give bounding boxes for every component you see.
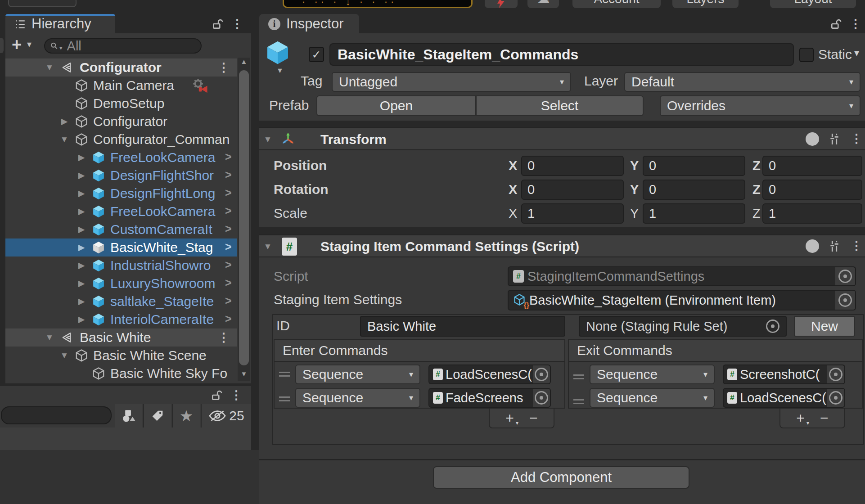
unlock-icon[interactable] (212, 18, 224, 31)
drag-handle-icon[interactable] (573, 399, 584, 400)
prefab-expand-icon[interactable]: ▼ (276, 67, 284, 75)
foldout-open-icon[interactable]: ▼ (59, 130, 70, 148)
foldout-open-icon[interactable]: ▼ (262, 238, 274, 256)
hierarchy-row-industrialshowro[interactable]: ▶ IndustrialShowro > (5, 256, 237, 274)
tag-dropdown[interactable]: Untagged ▾ (332, 72, 571, 92)
filter-favorites-button[interactable]: ★ (173, 404, 200, 428)
static-dropdown-icon[interactable]: ▾ (854, 47, 859, 59)
enter-command-type-0[interactable]: Sequence ▾ (295, 364, 420, 384)
add-element-button[interactable]: +▾ (796, 411, 805, 425)
hierarchy-row-designflightlong[interactable]: ▶ DesignFlightLong > (5, 184, 237, 202)
exit-command-ref-0[interactable]: # ScreenshotC( (723, 364, 845, 384)
add-component-button[interactable]: Add Component (433, 466, 689, 489)
foldout-open-icon[interactable]: ▼ (44, 58, 55, 76)
rotation-x-field[interactable]: 0 (521, 180, 624, 200)
filter-search-input[interactable] (6, 408, 106, 423)
unlock-icon[interactable] (830, 18, 842, 31)
object-picker-chip[interactable] (827, 365, 844, 383)
hierarchy-row-configurator-comman[interactable]: ▼ Configurator_Comman (5, 130, 237, 148)
presets-icon[interactable] (827, 132, 842, 146)
hierarchy-row-configurator-scene[interactable]: ▼ Configurator ⋮ (5, 58, 237, 76)
foldout-closed-icon[interactable]: ▶ (59, 112, 70, 130)
prefab-chevron-icon[interactable]: > (225, 166, 232, 184)
hierarchy-row-demosetup[interactable]: DemoSetup (5, 94, 237, 112)
subpanel-menu-icon[interactable]: ⋮ (230, 386, 243, 404)
hierarchy-search[interactable]: ▾ (44, 38, 202, 54)
object-picker-chip[interactable] (835, 267, 855, 285)
create-dropdown-icon[interactable]: ▾ (27, 39, 32, 50)
static-checkbox[interactable] (799, 48, 814, 62)
prefab-select-button[interactable]: Select (476, 95, 644, 116)
hierarchy-row-main-camera[interactable]: Main Camera (5, 76, 237, 94)
hierarchy-scrollbar[interactable]: ▲ ▼ (238, 58, 250, 381)
foldout-closed-icon[interactable]: ▶ (76, 256, 87, 274)
hierarchy-row-configurator[interactable]: ▶ Configurator (5, 112, 237, 130)
hierarchy-row-luxuryshowroom[interactable]: ▶ LuxuryShowroom > (5, 274, 237, 292)
prefab-chevron-icon[interactable]: > (225, 202, 232, 220)
foldout-closed-icon[interactable]: ▶ (76, 148, 87, 166)
enter-command-type-1[interactable]: Sequence ▾ (295, 388, 420, 408)
hierarchy-row-basic-white-sky[interactable]: Basic White Sky Fo (5, 364, 237, 382)
object-picker-chip[interactable] (835, 291, 855, 310)
hierarchy-row-basicwhite-stag-selected[interactable]: ▶ BasicWhite_Stag > (5, 238, 237, 256)
scale-y-field[interactable]: 1 (643, 203, 745, 224)
account-button[interactable]: Account (572, 0, 661, 8)
drag-handle-icon[interactable] (279, 396, 290, 398)
help-icon[interactable] (806, 132, 819, 146)
layout-button[interactable]: Layout (770, 0, 856, 8)
staging-rule-set-field[interactable]: None (Staging Rule Set) (579, 316, 787, 337)
scroll-down-icon[interactable]: ▼ (238, 370, 250, 378)
hierarchy-row-basic-white-scene[interactable]: ▼ Basic White Scene (5, 346, 237, 364)
new-rule-set-button[interactable]: New (794, 316, 855, 337)
hierarchy-row-saltlake-stageite[interactable]: ▶ saltlake_StageIte > (5, 292, 237, 310)
exit-command-type-1[interactable]: Sequence ▾ (590, 388, 715, 408)
tab-hierarchy[interactable]: Hierarchy (5, 14, 115, 33)
foldout-open-icon[interactable]: ▼ (59, 346, 70, 364)
rotation-y-field[interactable]: 0 (643, 180, 745, 200)
toolbar-left-stub-button[interactable] (8, 0, 77, 7)
inspector-menu-icon[interactable]: ⋮ (849, 15, 862, 33)
unlock-icon[interactable] (211, 389, 223, 402)
scroll-up-icon[interactable]: ▲ (238, 58, 250, 65)
presets-icon[interactable] (827, 239, 842, 253)
hierarchy-row-designflightshor[interactable]: ▶ DesignFlightShor > (5, 166, 237, 184)
hierarchy-row-freelookcamera-2[interactable]: ▶ FreeLookCamera > (5, 202, 237, 220)
prefab-chevron-icon[interactable]: > (225, 274, 232, 292)
prefab-chevron-icon[interactable]: > (225, 238, 232, 256)
foldout-closed-icon[interactable]: ▶ (76, 202, 87, 220)
hierarchy-row-interiolcameraite[interactable]: ▶ InteriolCameraIte > (5, 310, 237, 328)
drag-handle-icon[interactable] (573, 374, 584, 376)
filter-by-label-button[interactable] (144, 404, 171, 428)
staging-item-settings-field[interactable]: {} BasicWhite_StageItem (Environment Ite… (508, 290, 856, 310)
enter-command-ref-0[interactable]: # LoadScenesC( (428, 364, 551, 384)
prefab-overrides-dropdown[interactable]: Overrides ▾ (660, 95, 860, 116)
hierarchy-row-customcamerait[interactable]: ▶ CustomCameraIt > (5, 220, 237, 238)
component-menu-icon[interactable]: ⋮ (850, 130, 863, 148)
prefab-chevron-icon[interactable]: > (225, 184, 232, 202)
enter-command-ref-1[interactable]: # FadeScreens (428, 388, 551, 408)
foldout-closed-icon[interactable]: ▶ (76, 166, 87, 184)
object-picker-icon[interactable] (766, 320, 779, 333)
help-icon[interactable] (806, 239, 819, 253)
exit-command-ref-1[interactable]: # LoadScenesC( (723, 388, 845, 408)
hierarchy-row-freelookcamera-1[interactable]: ▶ FreeLookCamera > (5, 148, 237, 166)
foldout-open-icon[interactable]: ▼ (44, 328, 55, 346)
hierarchy-row-basic-white-scene-header[interactable]: ▼ Basic White ⋮ (5, 328, 237, 346)
position-y-field[interactable]: 0 (643, 156, 745, 176)
prefab-chevron-icon[interactable]: > (225, 292, 232, 310)
active-checkbox[interactable]: ✓ (309, 47, 324, 62)
scale-z-field[interactable]: 1 (762, 203, 862, 224)
object-picker-chip[interactable] (827, 389, 844, 407)
remove-element-button[interactable]: − (529, 411, 538, 425)
rotation-z-field[interactable]: 0 (762, 180, 862, 200)
tab-inspector[interactable]: i Inspector (259, 14, 359, 33)
position-z-field[interactable]: 0 (762, 156, 862, 176)
staging-component-header[interactable]: ▼ # Staging Item Command Settings (Scrip… (259, 234, 865, 257)
exit-command-type-0[interactable]: Sequence ▾ (590, 364, 715, 384)
foldout-closed-icon[interactable]: ▶ (76, 310, 87, 328)
foldout-closed-icon[interactable]: ▶ (76, 184, 87, 202)
component-menu-icon[interactable]: ⋮ (850, 237, 863, 255)
gameobject-name-field[interactable]: BasicWhite_StageItem_Commands (329, 43, 794, 66)
foldout-open-icon[interactable]: ▼ (262, 130, 274, 148)
object-picker-chip[interactable] (533, 365, 550, 383)
